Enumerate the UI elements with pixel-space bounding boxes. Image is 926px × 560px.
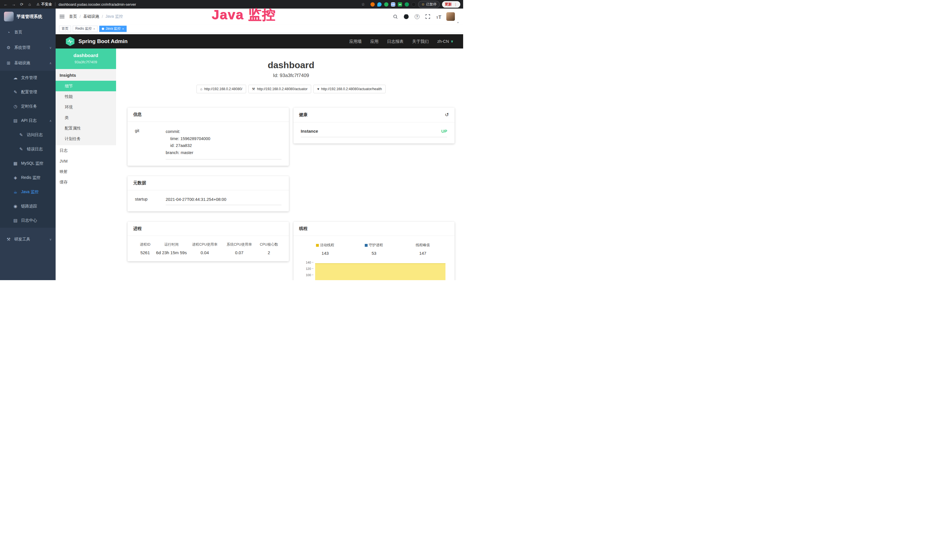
sba-nav-journal[interactable]: 日志报表 bbox=[387, 39, 404, 44]
tab-redis[interactable]: Redis 监控 × bbox=[73, 26, 98, 32]
extension-icon[interactable] bbox=[405, 2, 409, 6]
breadcrumb: 首页 / 基础设施 / Java 监控 bbox=[69, 14, 123, 19]
health-heart-icon: ♥ bbox=[317, 87, 319, 91]
user-avatar[interactable] bbox=[446, 12, 455, 21]
metadata-value: 2021-04-27T00:44:31.254+08:00 bbox=[166, 197, 281, 206]
tab-home[interactable]: 首页 bbox=[59, 26, 71, 32]
history-icon[interactable]: ↺ bbox=[445, 112, 449, 118]
process-card: 进程 进程ID 5261 运行时间 6d 23h 15m 59s bbox=[127, 222, 289, 261]
main-area: 首页 / 基础设施 / Java 监控 ? TT ▾ 首页 Redis 监控 × bbox=[56, 9, 463, 280]
chevron-down-icon: ∨ bbox=[49, 46, 51, 50]
insights-section: Insights 细节 性能 环境 类 配置属性 计划任务 bbox=[56, 69, 116, 145]
threads-chart: 140 120 100 bbox=[301, 261, 448, 280]
sidebar-item-trace[interactable]: ◉ 链路追踪 bbox=[0, 199, 56, 213]
gear-icon: ⚙ bbox=[6, 45, 11, 50]
bookmark-star-icon[interactable]: ☆ bbox=[360, 2, 366, 6]
extension-icon[interactable] bbox=[377, 2, 381, 6]
log-center-icon: ▤ bbox=[12, 218, 18, 223]
not-secure-warning-icon[interactable]: ⚠ bbox=[36, 2, 39, 6]
sba-header: Spring Boot Admin 应用墙 应用 日志报表 关于我们 zh-CN… bbox=[56, 34, 463, 48]
sidebar-item-redis[interactable]: ◈ Redis 监控 bbox=[0, 171, 56, 185]
search-icon[interactable] bbox=[392, 13, 398, 20]
instance-name: dashboard bbox=[59, 53, 113, 59]
sba-menu-config-props[interactable]: 配置属性 bbox=[56, 123, 116, 133]
health-row: Instance UP bbox=[301, 129, 448, 137]
address-bar[interactable]: ⚠ 不安全 dashboard.yudao.iocoder.cn/infra/a… bbox=[35, 2, 358, 7]
sba-nav: 应用墙 应用 日志报表 关于我们 zh-CN ∨ bbox=[350, 39, 454, 44]
sba-menu-caches[interactable]: 缓存 bbox=[56, 177, 116, 188]
menu-kebab-icon[interactable]: ⋮ bbox=[454, 2, 458, 6]
sba-brand-title[interactable]: Spring Boot Admin bbox=[79, 38, 127, 44]
extension-icon[interactable] bbox=[384, 2, 389, 6]
sba-frame: Spring Boot Admin 应用墙 应用 日志报表 关于我们 zh-CN… bbox=[56, 33, 463, 280]
insights-title: Insights bbox=[56, 69, 116, 81]
trace-icon: ◉ bbox=[12, 204, 18, 209]
extension-icon[interactable] bbox=[412, 2, 416, 6]
home-icon[interactable]: ⌂ bbox=[27, 2, 33, 6]
sidebar-item-java[interactable]: ☕ Java 监控 bbox=[0, 185, 56, 199]
info-card: 信息 git commit: time: 1596289704000 id: 2… bbox=[127, 107, 289, 166]
sba-menu-metrics[interactable]: 性能 bbox=[56, 91, 116, 102]
actuator-url-button[interactable]: ⚒ http://192.168.0.2:48080/actuator bbox=[248, 85, 312, 93]
page-instance-id: Id: 93a3fc7f7409 bbox=[127, 73, 455, 79]
font-size-icon[interactable]: TT bbox=[436, 13, 442, 20]
sidebar-item-mysql[interactable]: ▦ MySQL 监控 bbox=[0, 156, 56, 171]
sidebar-item-dev-tools[interactable]: ⚒ 研发工具 ∨ bbox=[0, 232, 56, 247]
sidebar-item-config[interactable]: ✎ 配置管理 bbox=[0, 85, 56, 99]
sidebar-item-api-log[interactable]: ▤ API 日志 ∧ bbox=[0, 114, 56, 128]
sidebar-item-log-center[interactable]: ▤ 日志中心 bbox=[0, 213, 56, 228]
breadcrumb-home[interactable]: 首页 bbox=[69, 14, 77, 19]
sba-menu-mappings[interactable]: 映射 bbox=[56, 166, 116, 177]
sba-menu-classes[interactable]: 类 bbox=[56, 112, 116, 123]
language-select[interactable]: zh-CN ∨ bbox=[437, 39, 454, 44]
sba-menu-details[interactable]: 细节 bbox=[56, 81, 116, 91]
sba-menu-jvm[interactable]: JVM bbox=[56, 156, 116, 166]
sba-menu-environment[interactable]: 环境 bbox=[56, 102, 116, 112]
close-icon[interactable]: × bbox=[93, 27, 95, 30]
sba-menu-logs[interactable]: 日志 bbox=[56, 145, 116, 156]
sidebar-item-job[interactable]: ◷ 定时任务 bbox=[0, 99, 56, 114]
smiley-icon: ☺ bbox=[421, 2, 425, 6]
log-icon: ✎ bbox=[18, 132, 24, 138]
chevron-up-icon: ∧ bbox=[49, 61, 51, 65]
process-card-title: 进程 bbox=[133, 226, 142, 232]
github-icon[interactable] bbox=[403, 13, 409, 20]
sidebar-item-access-log[interactable]: ✎ 访问日志 bbox=[0, 128, 56, 142]
sidebar-item-infra[interactable]: ⊞ 基础设施 ∧ bbox=[0, 55, 56, 71]
page-title: dashboard bbox=[127, 60, 455, 70]
service-url-button[interactable]: ⌂ http://192.168.0.2:48080/ bbox=[197, 85, 246, 93]
forward-icon[interactable]: → bbox=[11, 2, 17, 6]
breadcrumb-infra[interactable]: 基础设施 bbox=[83, 14, 99, 19]
health-url-button[interactable]: ♥ http://192.168.0.2:48080/actuator/heal… bbox=[313, 85, 386, 93]
back-icon[interactable]: ← bbox=[3, 2, 9, 6]
sba-nav-about[interactable]: 关于我们 bbox=[412, 39, 429, 44]
topbar: 首页 / 基础设施 / Java 监控 ? TT ▾ bbox=[56, 9, 463, 24]
profile-paused-badge[interactable]: ☺ 已暂停 bbox=[418, 1, 439, 8]
sidebar-item-error-log[interactable]: ✎ 错误日志 bbox=[0, 142, 56, 156]
threads-legend: 活动线程 143 守护进程 53 线程峰值 147 bbox=[301, 243, 448, 256]
app-sidebar: 芋道管理系统 ◔ 首页 ⚙ 系统管理 ∨ ⊞ 基础设施 ∧ ☁ 文件管理 ✎ 配… bbox=[0, 9, 56, 280]
chrome-update-button[interactable]: 更新 ⋮ bbox=[442, 1, 461, 8]
sidebar-item-home[interactable]: ◔ 首页 bbox=[0, 24, 56, 40]
tab-java[interactable]: Java 监控 × bbox=[99, 26, 126, 32]
sba-menu-scheduled-tasks[interactable]: 计划任务 bbox=[56, 133, 116, 144]
extension-on-icon[interactable]: on bbox=[398, 2, 402, 6]
instance-header[interactable]: dashboard 93a3fc7f7409 bbox=[56, 48, 116, 69]
sidebar-item-file[interactable]: ☁ 文件管理 bbox=[0, 71, 56, 85]
fullscreen-icon[interactable] bbox=[425, 13, 431, 20]
info-key: git bbox=[135, 128, 166, 159]
info-value: commit: time: 1596289704000 id: 27aa832 … bbox=[166, 128, 281, 159]
sba-nav-applications[interactable]: 应用 bbox=[370, 39, 378, 44]
reload-icon[interactable]: ⟳ bbox=[19, 2, 24, 6]
close-icon[interactable]: × bbox=[122, 27, 124, 30]
home-icon: ⌂ bbox=[200, 87, 202, 91]
sba-nav-wallboard[interactable]: 应用墙 bbox=[350, 39, 362, 44]
extension-icon[interactable] bbox=[391, 2, 395, 6]
sidebar-item-system[interactable]: ⚙ 系统管理 ∨ bbox=[0, 40, 56, 55]
hamburger-icon[interactable] bbox=[60, 15, 65, 18]
extension-icon[interactable] bbox=[371, 2, 375, 6]
health-card-title: 健康 bbox=[299, 112, 308, 118]
chevron-down-icon: ∨ bbox=[49, 238, 51, 241]
help-icon[interactable]: ? bbox=[414, 13, 420, 20]
java-icon: ☕ bbox=[12, 189, 18, 195]
